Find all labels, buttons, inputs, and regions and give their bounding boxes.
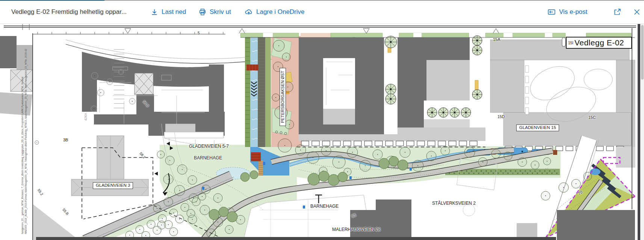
cloud-upload-icon [244, 8, 253, 16]
popout-icon [613, 8, 621, 16]
sheet-label-prefix: 15I [568, 41, 573, 45]
onedrive-label: Lagre i OneDrive [256, 8, 305, 16]
drawing-margin-metadata: haugveien_20__gatetun_NTM_Rensket, T_O-t… [21, 58, 27, 234]
preview-toolbar: Vedlegg E-02 Fremtidig helhetlig oppar..… [0, 1, 644, 24]
close-preview-button[interactable] [631, 7, 642, 17]
attachment-preview-canvas[interactable]: GLADENVEIEN 5-7BARNEHAGEGLADENVEIEN 33B5… [0, 24, 638, 240]
preview-panel-edge [638, 24, 640, 240]
sheet-label: Vedlegg E-02 [574, 38, 624, 47]
attachment-preview-window: Vedlegg E-02 Fremtidig helhetlig oppar..… [0, 0, 644, 240]
sheet-title-box: 15I Vedlegg E-02 [566, 37, 632, 49]
return-to-email-icon [547, 8, 556, 16]
close-icon [633, 8, 641, 16]
show-email-button[interactable]: Vis e-post [546, 7, 589, 17]
show-email-label: Vis e-post [559, 8, 587, 16]
print-button[interactable]: Skriv ut [197, 7, 233, 17]
download-icon [150, 8, 159, 16]
printer-icon [198, 8, 207, 16]
save-to-onedrive-button[interactable]: Lagre i OneDrive [243, 7, 306, 17]
offsheet-buildings [0, 36, 79, 240]
scrollbar-thumb[interactable] [641, 25, 644, 80]
download-label: Last ned [162, 8, 186, 16]
vertical-scrollbar[interactable] [640, 24, 644, 240]
print-label: Skriv ut [210, 8, 231, 16]
bottom-dark-strip [36, 237, 556, 240]
building-gladenveien-3 [71, 136, 148, 196]
download-button[interactable]: Last ned [149, 7, 187, 17]
open-in-new-window-button[interactable] [612, 7, 623, 17]
site-plan-drawing [0, 24, 638, 240]
attachment-title: Vedlegg E-02 Fremtidig helhetlig oppar..… [11, 8, 127, 16]
